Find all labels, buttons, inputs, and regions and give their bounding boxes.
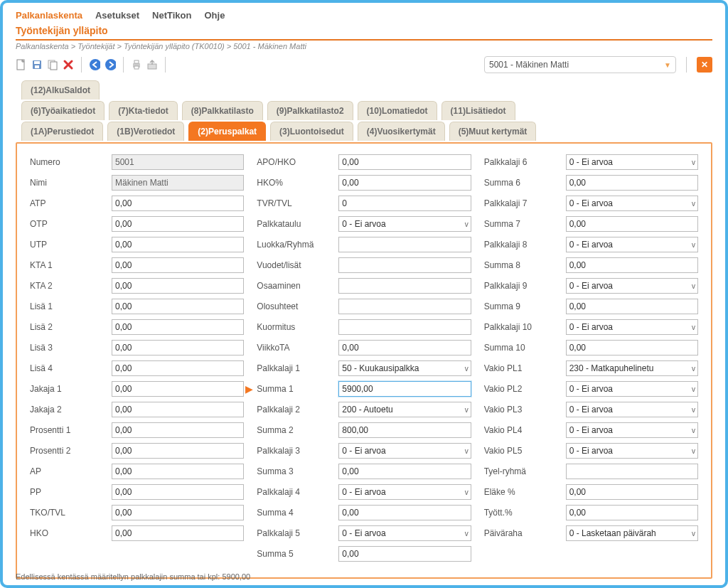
select-vakio-pl4[interactable] bbox=[566, 422, 698, 438]
input-pp[interactable] bbox=[112, 484, 244, 500]
label-palkkalaji-6: Palkkalaji 6 bbox=[484, 157, 566, 167]
form-row: OTP bbox=[30, 215, 244, 232]
tab-12alkusaldot[interactable]: (12)AlkuSaldot bbox=[21, 80, 100, 100]
back-icon[interactable] bbox=[89, 59, 100, 70]
tab-3luontoisedut[interactable]: (3)Luontoisedut bbox=[270, 122, 353, 141]
input-lisa-4[interactable] bbox=[112, 360, 244, 376]
tab-1aperustiedot[interactable]: (1A)Perustiedot bbox=[21, 122, 103, 141]
input-prosentti-2[interactable] bbox=[112, 443, 244, 459]
input-kta-1[interactable] bbox=[112, 257, 244, 273]
form-row: Nimi bbox=[30, 174, 244, 191]
select-vakio-pl2[interactable] bbox=[566, 381, 698, 397]
copy-icon[interactable] bbox=[47, 59, 58, 70]
select-palkkalaji-4[interactable] bbox=[338, 484, 471, 500]
label-jakaja-1: Jakaja 1 bbox=[30, 384, 112, 394]
input-jakaja-1[interactable] bbox=[112, 381, 244, 397]
delete-icon[interactable] bbox=[63, 59, 74, 70]
input-luokka-ryhma[interactable] bbox=[338, 237, 471, 252]
close-button[interactable]: ✕ bbox=[697, 57, 712, 73]
select-palkkalaji-10[interactable] bbox=[566, 319, 698, 335]
input-prosentti-1[interactable] bbox=[112, 422, 244, 438]
select-palkkalaji-5[interactable] bbox=[338, 525, 471, 541]
input-tvr-tvl[interactable] bbox=[338, 196, 471, 211]
save-icon[interactable] bbox=[31, 59, 43, 70]
select-palkkalaji-2[interactable] bbox=[338, 402, 471, 417]
input-jakaja-2[interactable] bbox=[112, 402, 244, 417]
tab-10lomatiedot[interactable]: (10)Lomatiedot bbox=[358, 101, 437, 120]
menu-palkanlaskenta[interactable]: Palkanlaskenta bbox=[16, 10, 82, 21]
input-lisa-1[interactable] bbox=[112, 299, 244, 314]
input-kuormitus[interactable] bbox=[338, 319, 471, 335]
menu-ohje[interactable]: Ohje bbox=[204, 10, 225, 21]
input-summa-1[interactable] bbox=[338, 381, 471, 397]
input-hko[interactable] bbox=[112, 525, 244, 541]
column-1: NumeroNimiATPOTPUTPKTA 1KTA 2Lisä 1Lisä … bbox=[30, 154, 244, 566]
label-palkkalaji-2: Palkkalaji 2 bbox=[257, 405, 338, 415]
tab-6työaikatiedot[interactable]: (6)Työaikatiedot bbox=[21, 101, 105, 120]
employee-select[interactable]: 5001 - Mäkinen Matti ▼ bbox=[484, 56, 676, 73]
input-summa-8[interactable] bbox=[566, 257, 698, 273]
select-paivaraha[interactable] bbox=[566, 525, 698, 541]
input-lisa-3[interactable] bbox=[112, 340, 244, 356]
menu-nettikon[interactable]: NetTikon bbox=[152, 10, 191, 21]
input-otp[interactable] bbox=[112, 216, 244, 232]
tab-4vuosikertymät[interactable]: (4)Vuosikertymät bbox=[358, 122, 445, 141]
new-icon[interactable] bbox=[16, 59, 27, 70]
input-hko[interactable] bbox=[338, 175, 471, 191]
tab-8palkkatilasto[interactable]: (8)Palkkatilasto bbox=[182, 101, 263, 120]
form-row: TKO/TVL bbox=[30, 504, 244, 521]
tab-9palkkatilasto2[interactable]: (9)Palkkatilasto2 bbox=[267, 101, 353, 120]
form-row: Päivärahav bbox=[484, 525, 698, 542]
menu-asetukset[interactable]: Asetukset bbox=[95, 10, 139, 21]
input-ap[interactable] bbox=[112, 464, 244, 479]
export-icon[interactable] bbox=[146, 59, 158, 70]
tab-5muut kertymät[interactable]: (5)Muut kertymät bbox=[449, 122, 537, 141]
select-palkkalaji-7[interactable] bbox=[566, 196, 698, 211]
select-vakio-pl1[interactable] bbox=[566, 360, 698, 376]
label-summa-1: Summa 1 bbox=[257, 384, 338, 394]
select-palkkalaji-9[interactable] bbox=[566, 278, 698, 294]
input-viikkota[interactable] bbox=[338, 340, 471, 356]
forward-icon[interactable] bbox=[105, 59, 116, 70]
select-palkkalaji-1[interactable] bbox=[338, 360, 471, 376]
input-tyel-ryhma[interactable] bbox=[566, 464, 698, 479]
input-lisa-2[interactable] bbox=[112, 319, 244, 335]
select-vakio-pl5[interactable] bbox=[566, 443, 698, 459]
tab-11lisätiedot[interactable]: (11)Lisätiedot bbox=[441, 101, 515, 120]
input-elake[interactable] bbox=[566, 484, 698, 500]
label-nimi: Nimi bbox=[30, 178, 112, 188]
select-palkkataulu[interactable] bbox=[338, 216, 471, 232]
input-kta-2[interactable] bbox=[112, 278, 244, 294]
input-utp[interactable] bbox=[112, 237, 244, 252]
close-icon: ✕ bbox=[701, 60, 708, 70]
input-vuodet-lisat[interactable] bbox=[338, 257, 471, 273]
tab-7kta-tiedot[interactable]: (7)Kta-tiedot bbox=[109, 101, 178, 120]
label-vakio-pl4: Vakio PL4 bbox=[484, 425, 566, 435]
input-tko-tvl[interactable] bbox=[112, 505, 244, 520]
input-summa-10[interactable] bbox=[566, 340, 698, 356]
input-olosuhteet[interactable] bbox=[338, 299, 471, 314]
input-osaaminen[interactable] bbox=[338, 278, 471, 294]
select-palkkalaji-8[interactable] bbox=[566, 237, 698, 252]
select-vakio-pl3[interactable] bbox=[566, 402, 698, 417]
label-summa-5: Summa 5 bbox=[257, 549, 338, 559]
select-palkkalaji-6[interactable] bbox=[566, 154, 698, 170]
tabs: (12)AlkuSaldot (6)Työaikatiedot(7)Kta-ti… bbox=[21, 80, 712, 141]
input-atp[interactable] bbox=[112, 196, 244, 211]
input-tyott[interactable] bbox=[566, 505, 698, 520]
input-summa-9[interactable] bbox=[566, 299, 698, 314]
print-icon[interactable] bbox=[131, 59, 142, 70]
input-summa-6[interactable] bbox=[566, 175, 698, 191]
input-summa-3[interactable] bbox=[338, 464, 471, 479]
input-summa-4[interactable] bbox=[338, 505, 471, 520]
tab-2peruspalkat[interactable]: (2)Peruspalkat bbox=[188, 122, 266, 141]
input-summa-7[interactable] bbox=[566, 216, 698, 232]
input-apo-hko[interactable] bbox=[338, 154, 471, 170]
input-summa-2[interactable] bbox=[338, 422, 471, 438]
tab-1bverotiedot[interactable]: (1B)Verotiedot bbox=[107, 122, 184, 141]
input-summa-5[interactable] bbox=[338, 546, 471, 562]
label-summa-10: Summa 10 bbox=[484, 343, 566, 353]
chevron-down-icon: ▼ bbox=[664, 61, 671, 69]
form-row: ViikkoTA bbox=[257, 339, 471, 356]
select-palkkalaji-3[interactable] bbox=[338, 443, 471, 459]
